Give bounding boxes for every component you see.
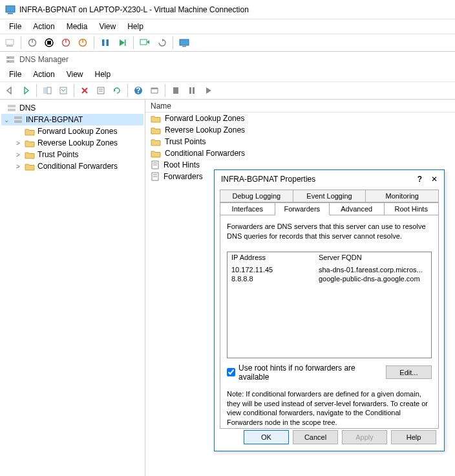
stop-icon[interactable]	[169, 83, 183, 98]
tree-server[interactable]: ⌄ INFRA-BGPNAT	[1, 114, 143, 125]
tab-monitoring[interactable]: Monitoring	[366, 189, 439, 202]
edit-button[interactable]: Edit...	[386, 365, 432, 379]
properties-dialog: INFRA-BGPNAT Properties ? ✕ Debug Loggin…	[214, 169, 445, 451]
list-header-name[interactable]: Name	[145, 100, 455, 113]
twisty-icon[interactable]: >	[14, 151, 22, 158]
forward-icon[interactable]	[19, 83, 33, 98]
dialog-close-icon[interactable]: ✕	[431, 175, 438, 184]
refresh-icon[interactable]	[110, 83, 124, 98]
shutdown-icon[interactable]	[59, 36, 73, 50]
list-item[interactable]: Reverse Lookup Zones	[145, 124, 455, 136]
delete-icon[interactable]	[78, 83, 92, 98]
folder-icon	[151, 114, 161, 123]
save-icon[interactable]	[76, 36, 90, 50]
pause-icon[interactable]	[98, 36, 112, 50]
grid-header-fqdn[interactable]: Server FQDN	[315, 252, 431, 265]
list-item-label: Root Hints	[164, 160, 200, 169]
svg-rect-2	[6, 39, 14, 45]
enhanced-session-icon[interactable]	[177, 36, 191, 50]
vm-menu-action[interactable]: Action	[28, 21, 59, 32]
tree-node[interactable]: >Conditional Forwarders	[1, 160, 143, 172]
use-root-hints-checkbox-label[interactable]: Use root hints if no forwarders are avai…	[227, 363, 386, 382]
revert-icon[interactable]	[154, 36, 169, 50]
twisty-icon[interactable]: >	[14, 140, 22, 147]
turnoff-icon[interactable]	[42, 36, 56, 50]
svg-point-23	[8, 57, 9, 58]
twisty-icon[interactable]: >	[14, 163, 22, 170]
tree-root-dns[interactable]: DNS	[1, 102, 143, 114]
tab-root-hints[interactable]: Root Hints	[385, 202, 439, 215]
mmc-menu-file[interactable]: File	[4, 69, 26, 80]
dialog-help-icon[interactable]: ?	[418, 175, 422, 184]
svg-marker-26	[25, 87, 28, 94]
forwarders-note: Note: If conditional forwarders are defi…	[227, 389, 432, 427]
tab-forwarders[interactable]: Forwarders	[275, 202, 330, 215]
mmc-menu-view[interactable]: View	[61, 69, 89, 80]
dialog-titlebar: INFRA-BGPNAT Properties ? ✕	[215, 170, 444, 188]
tab-advanced[interactable]: Advanced	[330, 202, 385, 215]
ok-button[interactable]: OK	[244, 430, 289, 444]
apply-button[interactable]: Apply	[342, 430, 387, 444]
vm-title: INFRA-BGPNAT on LAPTOP-X230-L - Virtual …	[19, 5, 249, 14]
grid-header-ip[interactable]: IP Address	[228, 252, 315, 265]
svg-text:?: ?	[136, 86, 140, 95]
svg-rect-39	[151, 88, 158, 89]
pause2-icon[interactable]	[185, 83, 199, 98]
vm-menu-help[interactable]: Help	[122, 21, 149, 32]
list-item-label: Trust Points	[165, 137, 206, 146]
svg-marker-17	[147, 40, 149, 44]
export-list-icon[interactable]	[56, 83, 70, 98]
start-icon[interactable]	[25, 36, 39, 50]
svg-rect-1	[8, 13, 13, 14]
svg-rect-16	[140, 39, 147, 45]
svg-point-24	[8, 61, 9, 62]
grid-row[interactable]: 10.172.11.45sha-dns-01.fareast.corp.micr…	[228, 265, 431, 274]
grid-row[interactable]: 8.8.8.8google-public-dns-a.google.com	[228, 274, 431, 283]
show-hide-tree-icon[interactable]	[40, 83, 54, 98]
tree-node-label: Forward Lookup Zones	[37, 127, 117, 136]
help-icon[interactable]: ?	[131, 83, 145, 98]
properties-icon[interactable]	[94, 83, 108, 98]
list-item[interactable]: Trust Points	[145, 136, 455, 147]
svg-rect-44	[8, 105, 16, 107]
svg-rect-29	[60, 87, 67, 94]
svg-rect-22	[6, 60, 14, 63]
cell-fqdn: google-public-dns-a.google.com	[315, 274, 431, 283]
tree-node[interactable]: >Trust Points	[1, 149, 143, 160]
svg-rect-3	[6, 45, 13, 47]
vm-menu-file[interactable]: File	[4, 21, 26, 32]
back-icon[interactable]	[3, 83, 17, 98]
tree-node-label: Trust Points	[37, 150, 79, 159]
tab-debug-logging[interactable]: Debug Logging	[220, 189, 293, 202]
svg-marker-14	[120, 39, 125, 46]
cancel-button[interactable]: Cancel	[293, 430, 338, 444]
checkpoint-icon[interactable]	[138, 36, 152, 50]
svg-marker-25	[7, 87, 11, 94]
mmc-toolbar: ?	[0, 81, 455, 100]
folder-icon	[25, 151, 35, 159]
vm-titlebar: INFRA-BGPNAT on LAPTOP-X230-L - Virtual …	[0, 0, 455, 19]
reset-icon[interactable]	[115, 36, 129, 50]
twisty-icon[interactable]: ⌄	[3, 116, 10, 124]
vm-menu-media[interactable]: Media	[61, 21, 93, 32]
list-item[interactable]: Conditional Forwarders	[145, 147, 455, 159]
mmc-menu-action[interactable]: Action	[28, 69, 59, 80]
ctrl-alt-del-icon[interactable]	[3, 36, 17, 50]
tab-interfaces[interactable]: Interfaces	[220, 202, 275, 215]
tree-node[interactable]: >Reverse Lookup Zones	[1, 137, 143, 149]
play-icon[interactable]	[201, 83, 215, 98]
mmc-title: DNS Manager	[19, 55, 69, 64]
folder-icon	[25, 139, 35, 147]
vm-menu-view[interactable]: View	[94, 21, 121, 32]
list-item-label: Reverse Lookup Zones	[165, 125, 245, 135]
tree-node-label: Conditional Forwarders	[37, 162, 118, 171]
use-root-hints-checkbox[interactable]	[227, 368, 235, 376]
list-item[interactable]: Forward Lookup Zones	[145, 113, 455, 124]
tab-event-logging[interactable]: Event Logging	[293, 189, 366, 202]
tree-node[interactable]: Forward Lookup Zones	[1, 125, 143, 137]
mmc-menu-help[interactable]: Help	[90, 69, 116, 80]
list-item-label: Forward Lookup Zones	[165, 114, 244, 123]
new-window-icon[interactable]	[147, 83, 162, 98]
vm-icon	[5, 5, 16, 15]
help-button[interactable]: Help	[391, 430, 436, 444]
